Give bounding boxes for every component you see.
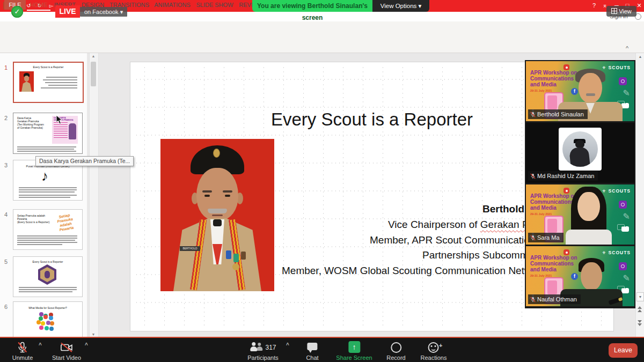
muted-mic-icon [530,297,536,302]
zoom-view-button[interactable]: View [606,6,636,17]
thumb-scroll-down-icon[interactable]: ▼ [90,333,97,336]
participants-icon: 317 [247,341,278,354]
thumbnail-tooltip: Dasa Karya Gerakan Pramuka (Te... [35,156,134,166]
chat-icon [308,343,318,350]
chat-button[interactable]: Chat [306,341,318,361]
ribbon [0,21,644,53]
participant-name-label: Md Rashid Uz Zaman [528,171,598,181]
participants-menu-chevron[interactable]: ^ [286,342,289,348]
participant-count: 317 [265,344,276,351]
reactions-icon [428,342,439,353]
grid-icon [611,8,617,14]
slide-thumbnail-5[interactable]: Every Scout is a Reporter [13,256,83,297]
help-button[interactable]: ? [589,1,599,10]
thumb-number-6: 6 [4,304,8,310]
facebook-stream-badge[interactable]: on Facebook ▾ [80,7,127,17]
thumb-number-2: 2 [4,115,8,121]
participant-name-label: Sara Ma [528,233,564,242]
video-tile-naufal[interactable]: APR Workshop onCommunicationsand Media 2… [526,246,634,306]
thumb1-title: Every Scout is a Reporter [14,65,83,69]
chat-bubble-icon [621,103,629,108]
tab-slideshow[interactable]: SLIDE SHOW [194,0,235,10]
medal-green [233,254,239,262]
slide-line-4: Partnerships Subcommi [422,249,531,261]
slide-scroll-down-icon[interactable]: ▼ [636,292,644,301]
muted-mic-icon [530,112,536,117]
facebook-stream-label: on Facebook [84,9,119,15]
instagram-icon [619,262,627,270]
thumb-number-3: 3 [4,162,8,168]
live-badge: LIVE [55,5,80,18]
slide-photo: BERTHOLD [160,139,274,291]
participant-name-label: Berthold Sinaulan [528,109,588,119]
slide-thumbnail-1[interactable]: Every Scout is a Reporter [13,62,84,103]
slide-thumbnail-6[interactable]: What Media for Scout Reporter? [13,301,83,337]
thumb5-title: Every Scout is a Reporter [13,260,82,263]
thumb2-title: Dasa Karya Gerakan Pramuka (Ten Working … [17,116,44,129]
camera-off-icon [52,341,81,354]
unmute-menu-chevron[interactable]: ^ [39,342,42,348]
tab-home[interactable]: HOME [27,0,50,11]
chat-label: Chat [306,354,318,361]
medal-gold [232,263,239,270]
muted-mic-icon [12,341,33,354]
slide-scroll-up-icon[interactable]: ▲ [636,55,644,58]
previous-slide-button[interactable] [636,306,643,313]
participant-name-label: Naufal Othman [528,294,581,304]
thumb6-media-cluster [43,315,48,319]
scouts-logo: ⚜ SCOUTS [602,65,631,70]
collapse-ribbon-button[interactable]: ^ [626,45,628,51]
start-video-button[interactable]: Start Video [52,341,81,361]
share-screen-button[interactable]: ↑ Share Screen [336,341,372,361]
instagram-icon [619,77,627,85]
thumb5-badge [38,264,56,285]
thumb4-logo: Setiap Pramuka adalah Pewarta [51,212,80,233]
video-tile-rashid[interactable]: Md Rashid Uz Zaman [526,123,634,183]
leave-button[interactable]: Leave [609,343,638,358]
thumb1-photo [19,71,34,92]
thumb6-title: What Media for Scout Reporter? [13,306,82,309]
scouts-logo: ⚜ SCOUTS [602,250,631,255]
unmute-button[interactable]: Unmute [12,341,33,361]
view-options-button[interactable]: View Options ▾ [372,0,429,12]
avatar [559,128,602,171]
zoom-control-bar: Unmute ^ Start Video ^ 317 Participants … [0,337,644,362]
video-tile-sara[interactable]: APR Workshop onCommunicationsand Media 2… [526,184,634,245]
participants-label: Participants [247,354,278,361]
participants-button[interactable]: 317 Participants [247,341,278,361]
thumb-number-4: 4 [4,211,8,218]
reactions-button[interactable]: + Reactions [421,341,447,361]
share-screen-icon: ↑ [348,341,360,353]
screen-share-banner: You are viewing Berthold Sinaulan's scre… [252,0,372,12]
start-video-label: Start Video [52,354,81,361]
share-screen-label: Share Screen [336,354,372,361]
slide-line-3: Member, APR Scout Communication [370,234,535,246]
thumb-scroll-thumb[interactable] [91,62,96,86]
record-label: Record [386,354,405,361]
slide-thumbnail-2[interactable]: Dasa Karya Gerakan Pramuka (Ten Working … [13,113,83,154]
pen-sketch-icon: ✎ [623,88,630,98]
muted-mic-icon [530,173,536,179]
start-video-menu-chevron[interactable]: ^ [85,342,88,348]
thumb-number-1: 1 [4,64,8,71]
medal-brown [241,252,246,260]
record-button[interactable]: Record [386,341,405,361]
video-tile-berthold[interactable]: APR Workshop onCommunicationsand Media 2… [526,61,634,121]
slide-thumbnail-panel: 1 Every Scout is a Reporter 2 Dasa Karya… [0,53,87,337]
tab-animations[interactable]: ANIMATIONS [152,0,192,10]
next-slide-button[interactable] [636,320,643,327]
zoom-view-label: View [619,8,632,14]
chat-bubble-icon [621,226,629,232]
zoom-meeting-screen: P ↺ ↻ ▻ ✓ LIVE on Facebook ▾ You are vie… [0,0,644,362]
pen-sketch-icon: ✎ [623,211,630,221]
thumbnail-scrollbar[interactable]: ▲ ▼ [89,53,99,338]
facebook-icon: f [571,88,578,95]
view-options-label: View Options [380,3,417,9]
thumb-scroll-up-icon[interactable]: ▲ [90,54,97,58]
slide-thumbnail-4[interactable]: Setiap Pramuka adalah Pewarta (Every Sco… [13,209,83,250]
mouse-cursor [56,115,63,124]
streaming-ok-icon: ✓ [11,6,23,18]
thumb-number-5: 5 [4,258,8,265]
unmute-label: Unmute [12,354,33,361]
scouts-logo: ⚜ SCOUTS [602,188,631,194]
